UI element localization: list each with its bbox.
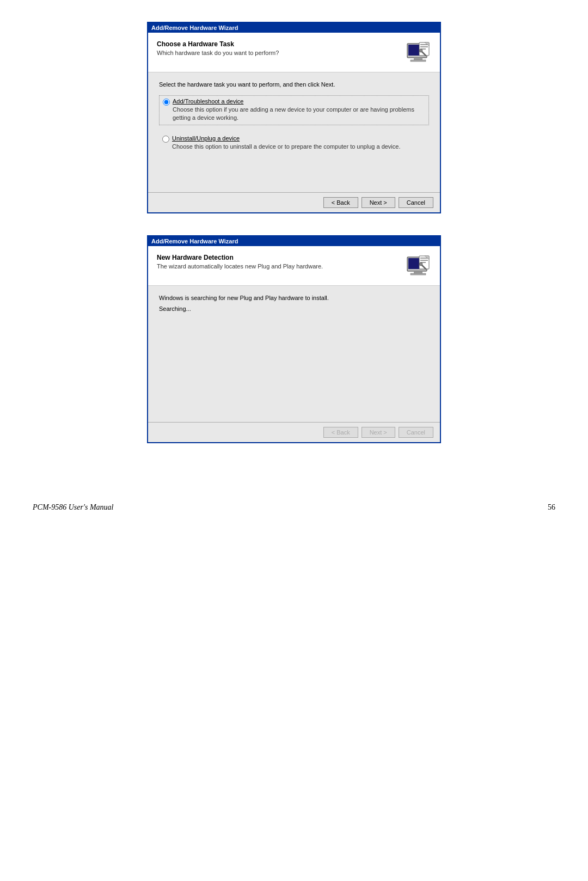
svg-rect-3 (411, 60, 426, 62)
dialog2-cancel-button[interactable]: Cancel (399, 427, 433, 438)
svg-rect-2 (414, 58, 422, 60)
dialog1-instruction: Select the hardware task you want to per… (159, 81, 429, 88)
svg-rect-5 (420, 44, 428, 45)
radio-group: Add/Troubleshoot a device Choose this op… (159, 95, 429, 153)
hardware-wizard-icon (405, 40, 431, 66)
svg-rect-6 (420, 46, 428, 47)
dialog1-cancel-button[interactable]: Cancel (399, 197, 433, 208)
radio-option-uninstall: Uninstall/Unplug a device Choose this op… (159, 133, 429, 153)
dialog1-content: Select the hardware task you want to per… (148, 72, 440, 192)
svg-point-10 (419, 49, 422, 52)
dialog2-header-title: New Hardware Detection (157, 254, 400, 261)
radio-add[interactable] (163, 99, 170, 106)
dialog2-back-button[interactable]: < Back (323, 427, 358, 438)
dialog2-body: New Hardware Detection The wizard automa… (148, 246, 440, 442)
radio-option-add: Add/Troubleshoot a device Choose this op… (159, 95, 429, 125)
dialog1: Add/Remove Hardware Wizard Choose a Hard… (147, 22, 441, 213)
dialog2-content: Windows is searching for new Plug and Pl… (148, 286, 440, 422)
svg-rect-17 (420, 260, 428, 261)
page-content: Add/Remove Hardware Wizard Choose a Hard… (33, 22, 555, 512)
dialog2: Add/Remove Hardware Wizard New Hardware … (147, 235, 441, 443)
dialog1-footer: < Back Next > Cancel (148, 192, 440, 212)
dialog2-footer: < Back Next > Cancel (148, 422, 440, 442)
page-footer: PCM-9586 User's Manual 56 (33, 498, 555, 512)
dialog1-back-button[interactable]: < Back (323, 197, 358, 208)
dialog1-header-subtitle: Which hardware task do you want to perfo… (157, 50, 400, 56)
svg-rect-14 (411, 273, 426, 275)
dialog1-body: Choose a Hardware Task Which hardware ta… (148, 33, 440, 212)
dialog2-header: New Hardware Detection The wizard automa… (148, 246, 440, 286)
svg-rect-13 (414, 271, 422, 273)
footer-title: PCM-9586 User's Manual (33, 503, 113, 512)
svg-rect-16 (420, 258, 428, 259)
dialog2-search-line1: Windows is searching for new Plug and Pl… (159, 295, 429, 301)
dialog2-titlebar: Add/Remove Hardware Wizard (148, 236, 440, 246)
dialog1-header: Choose a Hardware Task Which hardware ta… (148, 33, 440, 72)
radio-add-desc: Choose this option if you are adding a n… (173, 106, 425, 123)
radio-add-label: Add/Troubleshoot a device (173, 98, 425, 105)
dialog1-header-title: Choose a Hardware Task (157, 40, 400, 48)
dialog1-next-button[interactable]: Next > (362, 197, 395, 208)
radio-uninstall[interactable] (162, 136, 169, 143)
footer-page-number: 56 (548, 503, 555, 512)
dialog2-header-subtitle: The wizard automatically locates new Plu… (157, 263, 400, 270)
radio-uninstall-label: Uninstall/Unplug a device (172, 135, 400, 142)
dialog2-searching: Searching... (159, 305, 429, 312)
radio-uninstall-desc: Choose this option to uninstall a device… (172, 143, 400, 151)
svg-point-21 (419, 262, 422, 266)
dialog1-titlebar: Add/Remove Hardware Wizard (148, 23, 440, 33)
hardware-wizard-icon-2 (405, 254, 431, 280)
dialog2-next-button[interactable]: Next > (362, 427, 395, 438)
